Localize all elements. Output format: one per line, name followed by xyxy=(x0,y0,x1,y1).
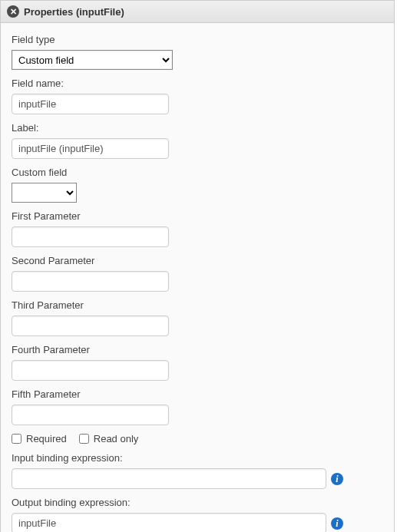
label-label: Label: xyxy=(12,122,383,134)
fifth-param-input[interactable] xyxy=(12,405,169,425)
second-param-label: Second Parameter xyxy=(12,255,383,266)
dialog-title: Properties (inputFile) xyxy=(24,6,124,18)
field-type-select[interactable]: Custom field xyxy=(12,50,173,70)
fourth-param-label: Fourth Parameter xyxy=(12,344,383,355)
third-param-input[interactable] xyxy=(12,316,169,336)
fifth-param-label: Fifth Parameter xyxy=(12,388,383,400)
field-name-label: Field name: xyxy=(12,78,383,89)
output-binding-label: Output binding expression: xyxy=(12,497,383,508)
readonly-label: Read only xyxy=(94,433,139,444)
readonly-checkbox-wrap[interactable]: Read only xyxy=(79,433,139,444)
properties-dialog: ✕ Properties (inputFile) Field type Cust… xyxy=(0,0,395,532)
required-checkbox-wrap[interactable]: Required xyxy=(12,433,67,444)
input-binding-label: Input binding expression: xyxy=(12,452,383,464)
custom-field-label: Custom field xyxy=(12,167,383,178)
readonly-checkbox[interactable] xyxy=(79,434,89,444)
required-label: Required xyxy=(26,433,67,444)
label-input[interactable] xyxy=(12,138,169,159)
custom-field-select[interactable] xyxy=(12,183,77,203)
required-checkbox[interactable] xyxy=(12,434,22,444)
output-binding-input[interactable] xyxy=(12,513,326,532)
dialog-body: Field type Custom field Field name: Labe… xyxy=(1,23,394,532)
dialog-header: ✕ Properties (inputFile) xyxy=(1,1,394,23)
field-name-input[interactable] xyxy=(12,94,169,114)
third-param-label: Third Parameter xyxy=(12,299,383,311)
first-param-label: First Parameter xyxy=(12,210,383,222)
info-icon[interactable]: i xyxy=(331,517,343,530)
close-icon[interactable]: ✕ xyxy=(7,5,19,18)
first-param-input[interactable] xyxy=(12,226,169,247)
field-type-label: Field type xyxy=(12,34,383,45)
second-param-input[interactable] xyxy=(12,271,169,292)
input-binding-input[interactable] xyxy=(12,468,326,489)
info-icon[interactable]: i xyxy=(331,473,343,485)
fourth-param-input[interactable] xyxy=(12,360,169,381)
